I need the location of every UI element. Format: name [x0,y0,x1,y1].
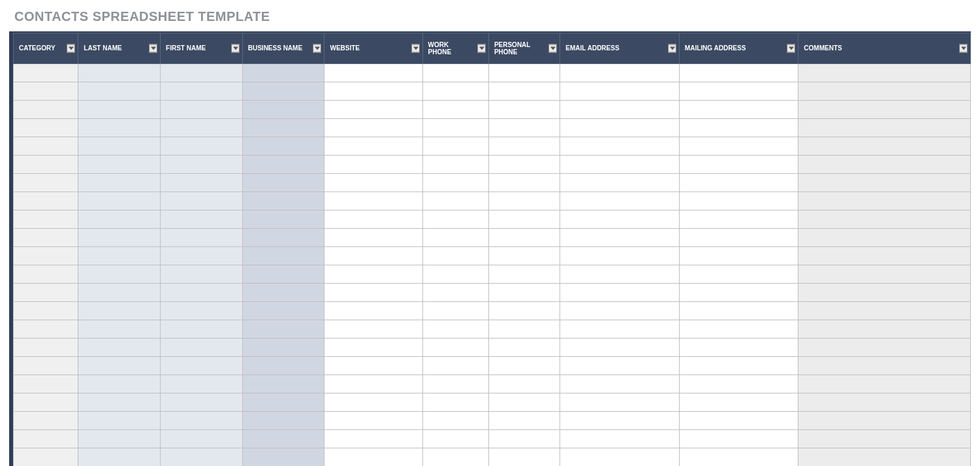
cell[interactable] [242,64,324,82]
cell[interactable] [679,174,798,192]
cell[interactable] [422,247,488,265]
cell[interactable] [14,448,78,467]
cell[interactable] [422,265,488,284]
cell[interactable] [242,430,324,448]
cell[interactable] [488,210,560,229]
cell[interactable] [679,82,798,101]
cell[interactable] [14,247,78,265]
cell[interactable] [422,101,488,119]
cell[interactable] [161,302,243,320]
cell[interactable] [161,320,243,339]
cell[interactable] [679,430,798,448]
cell[interactable] [488,412,560,430]
cell[interactable] [242,339,324,357]
cell[interactable] [422,229,488,247]
cell[interactable] [14,119,78,137]
cell[interactable] [422,448,488,467]
cell[interactable] [488,339,560,357]
cell[interactable] [798,247,971,265]
cell[interactable] [324,192,422,210]
cell[interactable] [560,284,679,302]
cell[interactable] [14,101,78,119]
cell[interactable] [488,284,560,302]
cell[interactable] [324,174,422,192]
cell[interactable] [422,357,488,375]
cell[interactable] [324,339,422,357]
cell[interactable] [560,174,679,192]
cell[interactable] [560,192,679,210]
cell[interactable] [242,320,324,339]
cell[interactable] [324,229,422,247]
cell[interactable] [14,265,78,284]
cell[interactable] [679,357,798,375]
cell[interactable] [78,64,161,82]
filter-dropdown-icon[interactable] [411,44,420,53]
cell[interactable] [242,82,324,101]
cell[interactable] [422,302,488,320]
cell[interactable] [78,375,161,393]
cell[interactable] [324,412,422,430]
filter-dropdown-icon[interactable] [959,44,968,53]
cell[interactable] [14,339,78,357]
cell[interactable] [324,393,422,412]
cell[interactable] [679,64,798,82]
cell[interactable] [488,265,560,284]
cell[interactable] [560,412,679,430]
cell[interactable] [242,210,324,229]
cell[interactable] [798,137,971,156]
cell[interactable] [161,265,243,284]
cell[interactable] [324,375,422,393]
cell[interactable] [488,119,560,137]
cell[interactable] [422,82,488,101]
cell[interactable] [78,247,161,265]
cell[interactable] [161,82,243,101]
cell[interactable] [78,412,161,430]
cell[interactable] [242,265,324,284]
cell[interactable] [242,156,324,174]
cell[interactable] [798,320,971,339]
cell[interactable] [14,375,78,393]
cell[interactable] [14,174,78,192]
cell[interactable] [488,82,560,101]
cell[interactable] [324,156,422,174]
cell[interactable] [78,320,161,339]
cell[interactable] [78,284,161,302]
cell[interactable] [798,339,971,357]
cell[interactable] [242,174,324,192]
cell[interactable] [422,210,488,229]
cell[interactable] [14,229,78,247]
cell[interactable] [679,302,798,320]
cell[interactable] [798,430,971,448]
cell[interactable] [798,210,971,229]
cell[interactable] [798,64,971,82]
cell[interactable] [798,156,971,174]
cell[interactable] [242,412,324,430]
filter-dropdown-icon[interactable] [477,44,486,53]
cell[interactable] [560,229,679,247]
cell[interactable] [242,229,324,247]
cell[interactable] [798,393,971,412]
cell[interactable] [242,375,324,393]
cell[interactable] [14,302,78,320]
cell[interactable] [422,156,488,174]
cell[interactable] [798,192,971,210]
cell[interactable] [78,339,161,357]
cell[interactable] [560,119,679,137]
cell[interactable] [161,64,243,82]
cell[interactable] [242,101,324,119]
cell[interactable] [242,448,324,467]
cell[interactable] [560,357,679,375]
cell[interactable] [679,284,798,302]
cell[interactable] [560,247,679,265]
cell[interactable] [78,82,161,101]
cell[interactable] [161,448,243,467]
cell[interactable] [560,393,679,412]
filter-dropdown-icon[interactable] [787,44,795,53]
cell[interactable] [798,82,971,101]
cell[interactable] [798,229,971,247]
cell[interactable] [242,119,324,137]
cell[interactable] [324,101,422,119]
cell[interactable] [242,284,324,302]
cell[interactable] [161,192,243,210]
cell[interactable] [560,448,679,467]
